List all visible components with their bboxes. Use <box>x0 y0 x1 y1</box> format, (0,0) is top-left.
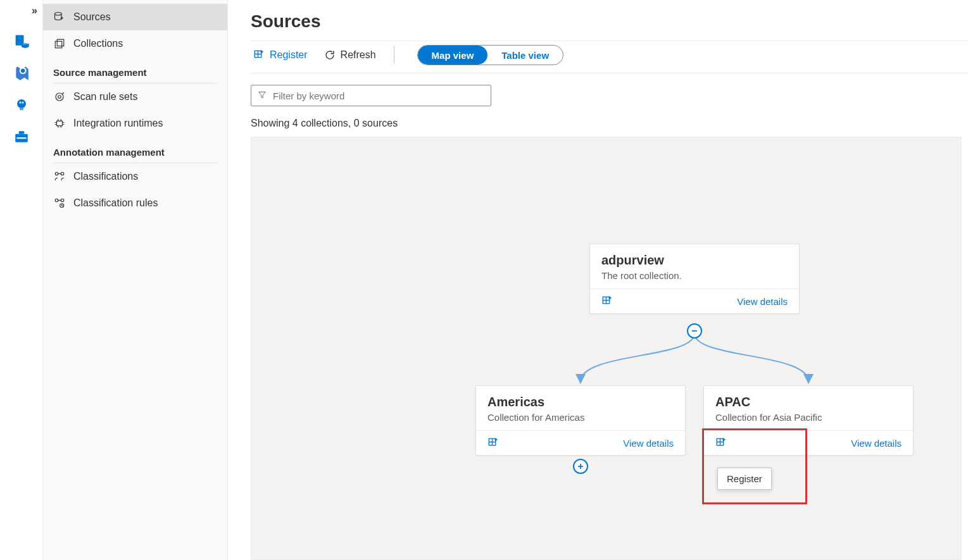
nav-scan-rule-sets[interactable]: Scan rule sets <box>43 84 227 110</box>
card-title: APAC <box>715 395 902 409</box>
bulb-icon[interactable] <box>11 95 32 115</box>
sources-icon <box>53 11 66 23</box>
map-canvas[interactable]: adpurview The root collection. View deta… <box>251 137 962 560</box>
table-view-toggle[interactable]: Table view <box>487 46 563 65</box>
card-subtitle: The root collection. <box>601 270 788 281</box>
register-label: Register <box>270 49 308 61</box>
map-view-toggle[interactable]: Map view <box>418 46 488 65</box>
nav-collections[interactable]: Collections <box>43 30 227 57</box>
svg-point-18 <box>61 172 64 175</box>
refresh-button[interactable]: Refresh <box>322 47 379 63</box>
svg-rect-13 <box>57 39 64 46</box>
svg-point-7 <box>22 102 23 104</box>
refresh-label: Refresh <box>341 49 376 61</box>
register-tooltip: Register <box>717 468 772 490</box>
status-text: Showing 4 collections, 0 sources <box>251 118 968 129</box>
card-register-icon[interactable] <box>487 437 499 449</box>
collapse-node-button[interactable] <box>687 323 702 339</box>
nav-rail: » <box>0 0 43 560</box>
view-details-link[interactable]: View details <box>737 296 788 307</box>
view-toggle: Map view Table view <box>417 45 563 65</box>
side-panel: Sources Collections Source management Sc… <box>43 0 228 560</box>
nav-label: Scan rule sets <box>73 91 137 103</box>
svg-point-20 <box>61 199 64 202</box>
nav-label: Collections <box>73 38 123 49</box>
grid-plus-icon <box>253 49 265 61</box>
nav-integration-runtimes[interactable]: Integration runtimes <box>43 110 227 137</box>
svg-point-4 <box>17 99 26 108</box>
classifications-icon <box>53 170 66 183</box>
nav-label: Classifications <box>73 171 138 182</box>
svg-point-3 <box>20 68 24 73</box>
add-node-button[interactable] <box>573 459 588 474</box>
card-register-icon[interactable] <box>715 437 727 449</box>
card-title: Americas <box>487 395 674 409</box>
collection-card-root[interactable]: adpurview The root collection. View deta… <box>589 244 800 314</box>
page-title: Sources <box>251 11 968 32</box>
card-subtitle: Collection for Americas <box>487 412 674 423</box>
svg-rect-16 <box>57 121 63 126</box>
nav-label: Sources <box>73 11 111 23</box>
collection-card-apac[interactable]: APAC Collection for Asia Pacific View de… <box>703 385 914 456</box>
collection-card-americas[interactable]: Americas Collection for Americas View de… <box>475 385 686 456</box>
svg-point-11 <box>55 13 62 16</box>
svg-rect-12 <box>55 41 62 48</box>
main-content: Sources Register Refresh Map view Table … <box>228 0 968 560</box>
database-icon[interactable] <box>11 32 32 52</box>
card-title: adpurview <box>601 253 788 268</box>
section-annotation-mgmt: Annotation management <box>43 137 227 163</box>
nav-label: Classification rules <box>73 197 158 209</box>
svg-rect-10 <box>16 137 26 139</box>
map-icon[interactable] <box>11 63 32 84</box>
svg-point-17 <box>55 172 58 175</box>
svg-point-19 <box>55 199 58 202</box>
view-details-link[interactable]: View details <box>851 438 902 449</box>
register-button[interactable]: Register <box>251 47 310 63</box>
nav-sources[interactable]: Sources <box>43 4 227 30</box>
nav-label: Integration runtimes <box>73 118 163 129</box>
toolbox-icon[interactable] <box>11 127 32 147</box>
view-details-link[interactable]: View details <box>623 438 674 449</box>
svg-rect-9 <box>18 131 24 134</box>
refresh-icon <box>324 49 336 61</box>
runtime-icon <box>53 117 66 130</box>
collections-icon <box>53 37 66 50</box>
toolbar: Register Refresh Map view Table view <box>251 40 968 73</box>
card-register-icon[interactable] <box>601 296 613 307</box>
filter-input[interactable] <box>251 85 491 106</box>
svg-point-14 <box>56 93 63 101</box>
svg-point-6 <box>19 102 21 104</box>
card-subtitle: Collection for Asia Pacific <box>715 412 902 423</box>
section-source-mgmt: Source management <box>43 57 227 83</box>
filter-text-input[interactable] <box>273 90 484 101</box>
svg-point-15 <box>58 96 61 99</box>
expand-rail-button[interactable]: » <box>32 5 37 16</box>
nav-classification-rules[interactable]: Classification rules <box>43 190 227 216</box>
classification-rules-icon <box>53 197 66 209</box>
scan-icon <box>53 90 66 103</box>
svg-rect-5 <box>20 108 23 110</box>
filter-icon <box>258 90 267 101</box>
nav-classifications[interactable]: Classifications <box>43 163 227 190</box>
